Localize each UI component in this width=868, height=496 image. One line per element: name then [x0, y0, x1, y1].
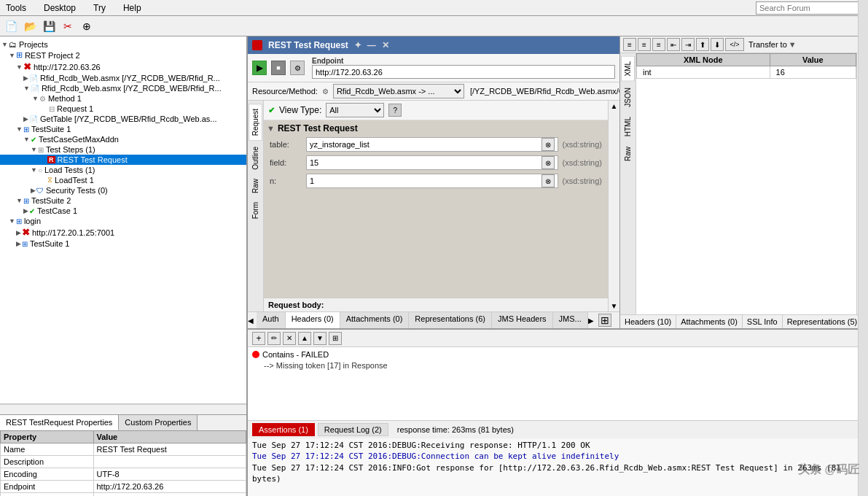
xml-toolbar: ≡ ≡ ≡ ⇤ ⇥ ⬆ ⬇ </> Transfer to ▼	[620, 36, 868, 53]
field-clear-btn[interactable]: ⊗	[541, 156, 555, 169]
help-button[interactable]: ?	[388, 104, 402, 117]
endpoint-input[interactable]	[312, 65, 615, 79]
tree-item-rest-test-request[interactable]: R REST Test Request	[0, 155, 246, 165]
xml-vtab-html[interactable]: HTML	[622, 112, 634, 141]
tree-item-interface2[interactable]: ▶ ✖ http://172.20.1.25:7001	[0, 226, 246, 239]
log-line-3: Tue Sep 27 17:12:24 CST 2016:INFO:Got re…	[252, 462, 864, 485]
tree-item-gettable[interactable]: ▶ 📄 GetTable [/YZ_RCDB_WEB/Rfid_Rcdb_Web…	[0, 114, 246, 124]
table-input[interactable]	[310, 140, 541, 149]
xml-format-btn[interactable]: </>	[725, 38, 744, 51]
rest-pin-icon[interactable]: ✦	[354, 40, 361, 50]
save-button[interactable]: 💾	[41, 18, 57, 34]
xml-vtab-json[interactable]: JSON	[622, 83, 634, 112]
form-input-n[interactable]: ⊗	[306, 174, 558, 188]
tree-item-testsuite2[interactable]: ▼ ⊞ TestSuite 2	[0, 195, 246, 206]
tree-item-resource2[interactable]: ▼ 📄 Rfid_Rcdb_Web.asmx [/YZ_RCDB_WEB/Rfi…	[0, 83, 246, 93]
config-button[interactable]: ⚙	[290, 61, 305, 75]
assertions-tab[interactable]: Assertions (1)	[252, 423, 315, 436]
view-type-select[interactable]: All	[326, 103, 384, 117]
tabs-scroll-right[interactable]: ▶	[588, 312, 597, 328]
menu-desktop[interactable]: Desktop	[41, 1, 79, 15]
xml-vtab-raw[interactable]: Raw	[622, 142, 634, 166]
assertion-status-bar: Assertions (1) Request Log (2) response …	[248, 420, 868, 438]
tree-item-resource1[interactable]: ▶ 📄 Rfid_Rcdb_Web.asmx [/YZ_RCDB_WEB/Rfi…	[0, 73, 246, 83]
n-clear-btn[interactable]: ⊗	[541, 174, 555, 187]
tab-jms-headers[interactable]: JMS Headers	[492, 312, 553, 328]
tab-custom-properties[interactable]: Custom Properties	[119, 415, 198, 430]
resp-tab-attachments[interactable]: Attachments (0)	[676, 315, 743, 328]
resource-method-select[interactable]: Rfid_Rcdb_Web.asmx -> ...	[333, 84, 464, 98]
tabs-expand-btn[interactable]: ⊞	[598, 314, 611, 327]
tab-rest-properties[interactable]: REST TestRequest Properties	[0, 415, 119, 430]
request-log-tab[interactable]: Request Log (2)	[318, 423, 388, 436]
prop-col-value: Value	[93, 431, 246, 443]
rest-close-icon[interactable]: ✕	[382, 40, 389, 50]
edit-assertion-btn[interactable]: ✏	[267, 332, 281, 345]
tree-item-testsuite-login[interactable]: ▶ ⊞ TestSuite 1	[0, 239, 246, 249]
tree-hscroll[interactable]	[0, 404, 246, 414]
transfer-dropdown-icon[interactable]: ▼	[789, 40, 797, 49]
tree-item-testcase1[interactable]: ▶ ✔ TestCase 1	[0, 206, 246, 216]
tree-item-loadtests[interactable]: ▼ ○ Load Tests (1)	[0, 165, 246, 175]
vertical-tabs: Request Outline Raw Form	[248, 101, 264, 311]
tree-item-projects[interactable]: ▼ 🗂 Projects	[0, 39, 246, 50]
menu-try[interactable]: Try	[90, 1, 109, 15]
align-left-btn[interactable]: ≡	[623, 38, 636, 51]
rest-minimize-icon[interactable]: —	[367, 40, 376, 50]
scroll-down-btn[interactable]: ▼	[611, 302, 618, 310]
tabs-scroll-left[interactable]: ◀	[248, 312, 257, 328]
tree-item-testsuite1[interactable]: ▼ ⊞ TestSuite 1	[0, 124, 246, 134]
tree-item-login[interactable]: ▼ ⊞ login	[0, 216, 246, 226]
play-button[interactable]: ▶	[252, 61, 267, 75]
tab-auth[interactable]: Auth	[257, 312, 286, 328]
tree-item-request1[interactable]: ⊟ Request 1	[0, 104, 246, 114]
add-assertion-btn[interactable]: +	[252, 332, 265, 345]
open-button[interactable]: 📂	[22, 18, 38, 34]
tree-item-teststeps[interactable]: ▼ ⊞ Test Steps (1)	[0, 144, 246, 155]
copy-assertion-btn[interactable]: ⊞	[329, 332, 342, 345]
form-input-field[interactable]: ⊗	[306, 155, 558, 170]
tab-representations[interactable]: Representations (6)	[409, 312, 492, 328]
vtab-form[interactable]: Form	[249, 198, 262, 223]
vtab-outline[interactable]: Outline	[249, 142, 262, 174]
stop-button[interactable]: ■	[271, 61, 286, 75]
menu-help[interactable]: Help	[120, 1, 144, 15]
search-input[interactable]	[756, 1, 865, 15]
align-top-btn[interactable]: ⬆	[696, 38, 709, 51]
copy-button[interactable]: ⊕	[79, 18, 95, 34]
collapse-arrow[interactable]: ▼	[267, 124, 275, 133]
tree-item-method1[interactable]: ▼ ⚙ Method 1	[0, 93, 246, 104]
align-right-btn[interactable]: ≡	[652, 38, 665, 51]
tree-item-loadtest1[interactable]: ⧖ LoadTest 1	[0, 175, 246, 185]
cut-button[interactable]: ✂	[60, 18, 76, 34]
vtab-raw[interactable]: Raw	[249, 174, 262, 198]
tree-item-interface1[interactable]: ▼ ✖ http://172.20.63.26	[0, 61, 246, 73]
vtab-request[interactable]: Request	[249, 104, 262, 141]
indent-in-btn[interactable]: ⇥	[681, 38, 695, 51]
form-input-table[interactable]: ⊗	[306, 137, 558, 152]
tree-item-rest-project2[interactable]: ▼ ⊞ REST Project 2	[0, 50, 246, 61]
delete-assertion-btn[interactable]: ✕	[283, 332, 296, 345]
menu-tools[interactable]: Tools	[3, 1, 29, 15]
indent-out-btn[interactable]: ⇤	[667, 38, 680, 51]
new-button[interactable]: 📄	[3, 18, 19, 34]
tree-item-securitytests[interactable]: ▶ 🛡 Security Tests (0)	[0, 185, 246, 195]
tab-attachments[interactable]: Attachments (0)	[340, 312, 410, 328]
align-center-btn[interactable]: ≡	[638, 38, 651, 51]
resp-tab-representations[interactable]: Representations (5)	[783, 315, 863, 328]
field-input[interactable]	[310, 158, 541, 167]
n-input[interactable]	[310, 177, 541, 185]
scroll-up-btn[interactable]: ▲	[611, 102, 618, 110]
align-bottom-btn[interactable]: ⬇	[711, 38, 724, 51]
move-down-assertion-btn[interactable]: ▼	[313, 332, 327, 345]
xml-vtab-xml[interactable]: XML	[621, 56, 635, 82]
tree-item-testcase-getmaxaddn[interactable]: ▼ ✔ TestCaseGetMaxAddn	[0, 134, 246, 144]
move-up-assertion-btn[interactable]: ▲	[298, 332, 311, 345]
tab-headers[interactable]: Headers (0)	[286, 312, 340, 328]
tab-jms2[interactable]: JMS...	[553, 312, 588, 328]
resp-tab-ssl[interactable]: SSL Info	[743, 315, 783, 328]
table-clear-btn[interactable]: ⊗	[541, 138, 555, 151]
resp-tab-headers[interactable]: Headers (10)	[620, 315, 676, 328]
form-scrollbar[interactable]: ▲ ▼	[608, 101, 619, 311]
prop-row-resource: Resource http://172.20.63.26	[1, 493, 246, 497]
